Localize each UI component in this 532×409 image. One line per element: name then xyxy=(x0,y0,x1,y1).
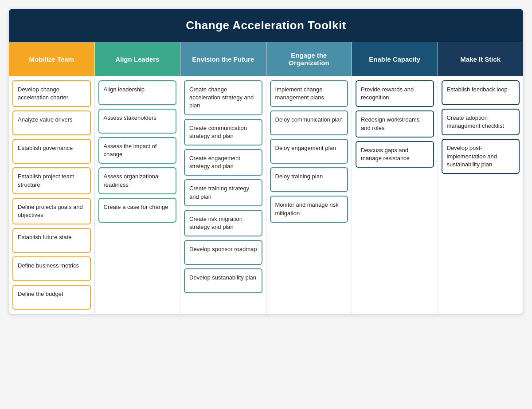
list-item[interactable]: Create risk migration strategy and plan xyxy=(184,210,262,236)
col-header-align: Align Leaders xyxy=(95,42,180,76)
list-item[interactable]: Create communication strategy and plan xyxy=(184,119,262,146)
list-item[interactable]: Develop sponsor roadmap xyxy=(184,240,262,265)
list-item[interactable]: Deloy engagement plan xyxy=(270,139,348,164)
column-make: Make It StickEstablish feedback loopCrea… xyxy=(438,42,524,314)
list-item[interactable]: Define the budget xyxy=(12,285,91,310)
list-item[interactable]: Deloy communication plan xyxy=(270,110,348,135)
list-item[interactable]: Define projects goals and objectives xyxy=(12,198,91,224)
list-item[interactable]: Monitor and manage risk mitigation xyxy=(270,196,348,222)
list-item[interactable]: Create adoption management checklist xyxy=(442,109,520,135)
list-item[interactable]: Assess the impact of change xyxy=(98,137,177,164)
col-header-mobilize: Mobilize Team xyxy=(9,42,94,76)
list-item[interactable]: Develop post-implementation and sustaina… xyxy=(442,139,520,174)
column-engage: Engage the OrganizationImplement change … xyxy=(266,42,352,314)
col-header-make: Make It Stick xyxy=(438,42,524,76)
list-item[interactable]: Develop sustanability plan xyxy=(184,268,262,293)
list-item[interactable]: Establish governance xyxy=(12,139,91,164)
col-header-envision: Envision the Future xyxy=(180,42,266,76)
list-item[interactable]: Create a case for change xyxy=(98,198,177,223)
list-item[interactable]: Descuss gaps and manage resistance xyxy=(356,141,434,168)
toolkit-container: Change Acceleration Toolkit Mobilize Tea… xyxy=(9,9,523,314)
list-item[interactable]: Establish feedback loop xyxy=(442,80,520,105)
list-item[interactable]: Establish project team structure xyxy=(12,167,91,194)
list-item[interactable]: Assess organizational readiness xyxy=(98,167,177,194)
list-item[interactable]: Align leadership xyxy=(98,80,177,105)
list-item[interactable]: Define business metrics xyxy=(12,256,91,281)
list-item[interactable]: Redesign workstreams and roles xyxy=(356,110,434,137)
list-item[interactable]: Implement change management plans xyxy=(270,80,348,107)
column-align: Align LeadersAlign leadershipAssess stak… xyxy=(95,42,181,314)
list-item[interactable]: Analyze value drivers xyxy=(12,110,91,135)
col-items-envision: Create change acceleration strategy and … xyxy=(180,76,266,314)
col-header-engage: Engage the Organization xyxy=(266,42,352,76)
col-items-make: Establish feedback loopCreate adoption m… xyxy=(438,76,524,314)
list-item[interactable]: Assess stakeholders xyxy=(98,109,177,134)
list-item[interactable]: Establish future state xyxy=(12,228,91,253)
column-enable: Enable CapacityProvide rewards and recog… xyxy=(352,42,438,314)
list-item[interactable]: Deloy training plan xyxy=(270,167,348,192)
list-item[interactable]: Create engagement strategy and plan xyxy=(184,149,262,176)
column-mobilize: Mobilize TeamDevelop change acceleration… xyxy=(9,42,95,314)
list-item[interactable]: Provide rewards and recognition xyxy=(356,80,434,107)
list-item[interactable]: Develop change acceleration charter xyxy=(12,80,91,107)
page-title: Change Acceleration Toolkit xyxy=(9,9,523,42)
col-items-mobilize: Develop change acceleration charterAnaly… xyxy=(9,76,94,314)
col-items-engage: Implement change management plansDeloy c… xyxy=(266,76,352,314)
list-item[interactable]: Create change acceleration strategy and … xyxy=(184,80,262,115)
columns-wrapper: Mobilize TeamDevelop change acceleration… xyxy=(9,42,523,314)
column-envision: Envision the FutureCreate change acceler… xyxy=(180,42,266,314)
col-items-align: Align leadershipAssess stakeholdersAsses… xyxy=(95,76,180,314)
col-header-enable: Enable Capacity xyxy=(352,42,438,76)
col-items-enable: Provide rewards and recognitionRedesign … xyxy=(352,76,438,314)
list-item[interactable]: Create training strategy and plan xyxy=(184,179,262,206)
